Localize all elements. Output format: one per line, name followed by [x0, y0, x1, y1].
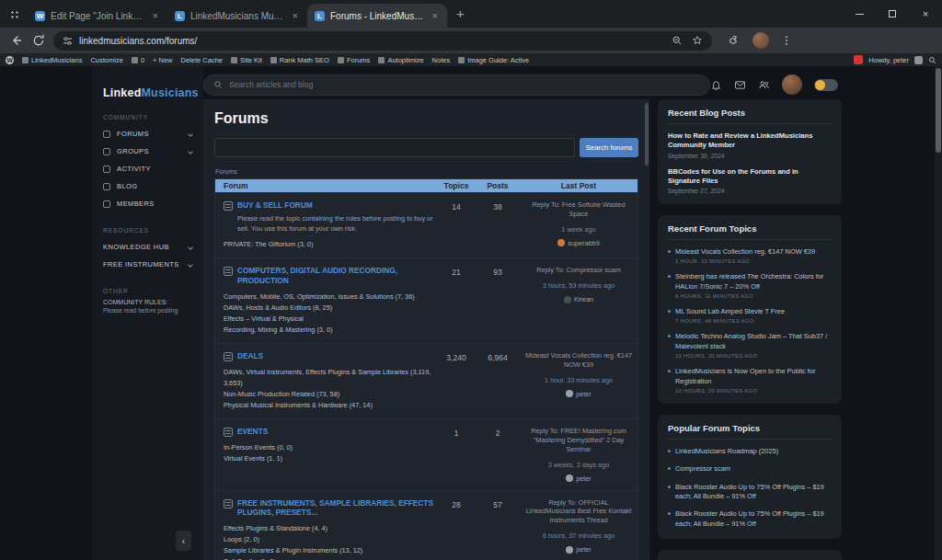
sidebar-item-members[interactable]: MEMBERS: [103, 195, 192, 212]
blog-post-link[interactable]: How to Rate and Review a LinkedMusicians…: [668, 131, 832, 151]
subforum-list[interactable]: Effects Plugins & Standalone (4, 4) Loop…: [224, 523, 437, 560]
admin-site-name[interactable]: LinkedMusicians: [22, 56, 82, 64]
admin-notes[interactable]: Notes: [432, 56, 451, 64]
browser-menu-kebab-icon[interactable]: [781, 35, 792, 46]
tab-close-icon[interactable]: ×: [431, 10, 440, 21]
admin-forums[interactable]: Forums: [338, 56, 370, 64]
subforum-list[interactable]: Computers, Mobile, OS, Optimization, Iss…: [224, 291, 437, 336]
admin-rank-math[interactable]: Rank Math SEO: [270, 56, 329, 64]
last-post-author[interactable]: peter: [525, 545, 632, 554]
blog-post-link[interactable]: BBCodes for Use on the Forums and in Sig…: [668, 167, 832, 187]
forum-link[interactable]: BUY & SELL FORUM: [237, 200, 313, 211]
sidebar-item-groups[interactable]: GROUPS: [103, 143, 192, 160]
wordpress-logo-icon[interactable]: W: [6, 56, 14, 64]
admin-delete-cache[interactable]: Delete Cache: [181, 56, 223, 64]
site-info-icon[interactable]: [63, 36, 73, 46]
admin-customize[interactable]: Customize: [90, 56, 122, 64]
last-post-author[interactable]: superabb9: [525, 239, 632, 247]
sidebar-item-activity[interactable]: ACTIVITY: [103, 160, 192, 177]
forum-link[interactable]: EVENTS: [237, 427, 268, 437]
list-item[interactable]: LinkedMusicians Roadmap (2025): [668, 447, 832, 456]
list-item[interactable]: Compressor scam: [668, 464, 832, 474]
blog-post[interactable]: How to Rate and Review a LinkedMusicians…: [668, 131, 832, 159]
admin-site-kit[interactable]: Site Kit: [231, 56, 262, 64]
list-item[interactable]: Mideast Vocals Collection reg. €147 NOW …: [668, 247, 832, 264]
notifications-bell-icon[interactable]: [710, 79, 722, 91]
subforum-list[interactable]: PRIVATE: The Giftorium (3, 0): [224, 239, 437, 250]
search-icon: [213, 80, 223, 89]
browser-tab-active[interactable]: L Forums - LinkedMusicians ×: [307, 4, 447, 28]
sidebar-collapse-button[interactable]: ‹: [176, 531, 191, 551]
back-icon[interactable]: [9, 33, 24, 48]
last-post-author[interactable]: Kirean: [525, 295, 632, 303]
breadcrumb[interactable]: Forums: [215, 168, 638, 175]
browser-profile-avatar[interactable]: [752, 32, 769, 49]
list-item[interactable]: Black Rooster Audio Up to 75% Off Plugin…: [668, 509, 832, 529]
subforum-list[interactable]: In-Person Events (0, 0) Virtual Events (…: [224, 442, 437, 464]
last-post-link[interactable]: Reply To: Free Softube Wasted Space: [525, 200, 632, 219]
admin-autoptimize[interactable]: Autoptimize: [378, 56, 423, 64]
list-item[interactable]: Melodic Techno Analog Studio Jam – That …: [668, 332, 832, 359]
global-search-input[interactable]: [229, 80, 700, 89]
forum-link[interactable]: DEALS: [237, 351, 263, 361]
admin-comments[interactable]: 0: [132, 56, 144, 64]
site-kit-icon: [231, 57, 237, 63]
forum-link[interactable]: COMPUTERS, DIGITAL AUDIO RECORDING, PROD…: [237, 266, 437, 286]
sidebar-section-other: OTHER: [103, 288, 192, 294]
subforum-list[interactable]: DAWs, Virtual Instruments, Effects Plugi…: [224, 367, 437, 411]
members-people-icon[interactable]: [758, 79, 770, 91]
last-post-link[interactable]: Mideast Vocals Collection reg. €147 NOW …: [525, 351, 632, 370]
site-favicon: L: [315, 11, 325, 21]
list-item[interactable]: ML Sound Lab Amped Stevie T Free7 HOURS,…: [668, 307, 832, 324]
zoom-icon[interactable]: [672, 35, 683, 46]
admin-image-guide[interactable]: Image Guide: Active: [458, 56, 529, 64]
last-post-link[interactable]: Reply To: OFFICIAL LinkedMusicians Best …: [525, 498, 632, 526]
community-rules-title[interactable]: COMMUNITY RULES:: [103, 299, 192, 305]
forum-list-icon: [224, 499, 233, 509]
sidebar-item-forums[interactable]: FORUMS: [103, 125, 192, 143]
admin-search-icon[interactable]: [928, 56, 936, 64]
last-post-author[interactable]: peter: [525, 390, 632, 398]
list-item[interactable]: LinkedMusicians is Now Open to the Publi…: [668, 367, 832, 394]
last-post-link[interactable]: Reply To: FREE! Mastering.com "Mastering…: [525, 427, 632, 454]
new-tab-button[interactable]: +: [456, 6, 465, 21]
address-bar[interactable]: linkedmusicians.com/forums/: [53, 31, 712, 51]
refresh-icon[interactable]: [31, 33, 46, 48]
browser-tab-2[interactable]: L LinkedMusicians Musicians Con ×: [167, 4, 307, 28]
scrollbar-track[interactable]: [935, 66, 942, 560]
tab-close-icon[interactable]: ×: [291, 10, 300, 21]
notification-badge[interactable]: [854, 55, 863, 64]
browser-tab-1[interactable]: W Edit Page "Join LinkedMusician ×: [28, 4, 167, 28]
user-avatar[interactable]: [782, 74, 802, 95]
sidebar-item-knowledge-hub[interactable]: KNOWLEDGE HUB: [103, 238, 192, 256]
tab-close-icon[interactable]: ×: [151, 10, 160, 21]
sidebar-item-blog[interactable]: BLOG: [103, 177, 192, 195]
maximize-button[interactable]: [876, 0, 909, 28]
bookmark-star-icon[interactable]: [692, 35, 703, 46]
tab-grid-icon[interactable]: [9, 9, 20, 20]
global-search[interactable]: [203, 74, 710, 96]
url-text[interactable]: linkedmusicians.com/forums/: [79, 36, 665, 46]
last-post-link[interactable]: Reply To: Compressor scam: [525, 266, 632, 275]
howdy-text[interactable]: Howdy, peter: [868, 56, 909, 64]
panel-scrollbar[interactable]: [645, 103, 649, 166]
close-button[interactable]: ×: [909, 0, 942, 28]
site-logo[interactable]: LinkedMusicians: [103, 86, 192, 99]
list-item[interactable]: Steinberg has released The Orchestra: Co…: [668, 272, 832, 299]
admin-new[interactable]: + New: [153, 56, 172, 64]
admin-avatar[interactable]: [914, 56, 923, 64]
last-post-author[interactable]: peter: [525, 474, 632, 483]
blog-post[interactable]: BBCodes for Use on the Forums and in Sig…: [668, 167, 832, 195]
recent-forum-topics-widget: Recent Forum Topics Mideast Vocals Colle…: [658, 215, 842, 404]
extensions-puzzle-icon[interactable]: [729, 35, 741, 47]
forum-search-input[interactable]: [214, 138, 575, 157]
minimize-button[interactable]: [843, 0, 876, 28]
forum-row-buy-sell: BUY & SELL FORUM Please read the topic c…: [215, 192, 638, 257]
list-item[interactable]: Black Rooster Audio Up to 75% Off Plugin…: [668, 483, 832, 502]
search-forums-button[interactable]: Search forums: [580, 138, 638, 157]
forum-link[interactable]: FREE INSTRUMENTS, SAMPLE LIBRARIES, EFFE…: [237, 498, 437, 519]
sidebar-item-free-instruments[interactable]: FREE INSTRUMENTS: [103, 256, 192, 273]
dark-mode-toggle[interactable]: [814, 79, 838, 91]
messages-envelope-icon[interactable]: [734, 79, 746, 91]
scrollbar-thumb[interactable]: [936, 68, 941, 153]
